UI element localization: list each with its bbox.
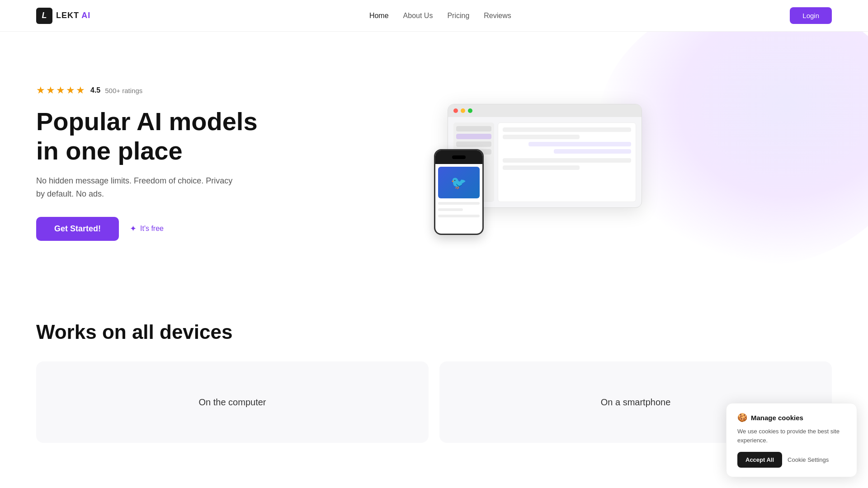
nav-item-pricing[interactable]: Pricing [447,12,469,20]
sidebar-item-1 [456,126,491,131]
hero-title: Popular AI models in one place [36,107,258,165]
navbar: L LEKT AI Home About Us Pricing Reviews … [0,0,868,32]
phone-content: 🐦 [435,164,482,234]
phone-img: 🐦 [438,167,480,198]
hero-actions: Get Started! ✦ It's free [36,217,258,241]
dot-green [468,108,472,113]
cookie-title: 🍪 Manage cookies [737,413,846,422]
sparkle-icon: ✦ [130,224,137,234]
dot-red [453,108,458,113]
devices-grid: On the computer On a smartphone [36,361,832,443]
msg-bubble-2 [554,149,631,154]
rating-score: 4.5 [90,86,100,94]
logo-text: LEKT AI [56,11,90,20]
msg-row-2 [503,135,580,139]
phone-notch [452,155,466,159]
phone-line-2 [438,208,463,211]
phone-line-1 [438,202,480,205]
nav-item-reviews[interactable]: Reviews [484,12,511,20]
hero-rating: ★★★★★ 4.5 500+ ratings [36,84,258,96]
rating-count: 500+ ratings [105,87,142,94]
phone-line-3 [438,215,480,217]
sidebar-item-3 [456,141,491,147]
browser-main [498,122,636,202]
phone-screen: 🐦 [435,150,482,234]
cookie-emoji: 🍪 [737,413,747,422]
device-label-smartphone: On a smartphone [601,397,671,408]
hero-subtitle: No hidden message limits. Freedom of cho… [36,174,235,201]
hero-section: ★★★★★ 4.5 500+ ratings Popular AI models… [0,32,868,285]
device-card-computer: On the computer [36,361,429,443]
nav-links: Home About Us Pricing Reviews [369,12,511,20]
phone-img-icon: 🐦 [451,175,467,190]
browser-bar [448,104,642,117]
phone-top [435,150,482,164]
logo-icon: L [36,8,52,24]
cookie-settings-button[interactable]: Cookie Settings [788,456,829,461]
free-text: It's free [140,225,164,233]
devices-title: Works on all devices [36,321,832,343]
star-rating: ★★★★★ [36,84,86,96]
nav-item-about[interactable]: About Us [403,12,433,20]
cookie-text: We use cookies to provide the best site … [737,427,846,445]
msg-row-3 [503,158,631,163]
logo-link[interactable]: L LEKT AI [36,8,90,24]
login-button[interactable]: Login [790,7,832,24]
device-label-computer: On the computer [199,397,266,408]
cookie-actions: Accept All Cookie Settings [737,452,846,461]
cookie-banner: 🍪 Manage cookies We use cookies to provi… [726,403,857,461]
phone-mockup: 🐦 [434,149,484,235]
hero-left: ★★★★★ 4.5 500+ ratings Popular AI models… [36,84,258,240]
msg-row-1 [503,127,631,132]
nav-item-home[interactable]: Home [369,12,389,20]
hero-right: 🐦 [258,104,832,221]
msg-row-4 [503,165,580,170]
get-started-button[interactable]: Get Started! [36,217,119,241]
sidebar-item-2 [456,134,491,139]
its-free-label: ✦ It's free [130,224,164,234]
msg-bubble-1 [528,142,631,146]
dot-yellow [461,108,465,113]
cookie-title-text: Manage cookies [751,414,803,422]
accept-all-button[interactable]: Accept All [737,452,782,461]
